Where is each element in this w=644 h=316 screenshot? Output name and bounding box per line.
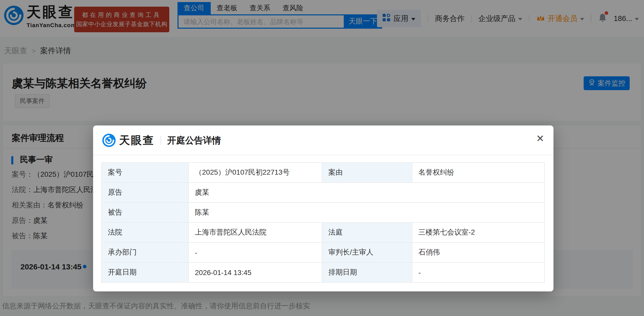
court-announcement-modal: 天眼查 开庭公告详情 ✕ 案号 （2025）沪0107民初22713号 案由 名…	[93, 125, 553, 291]
field-label: 案由	[322, 163, 412, 183]
field-label: 原告	[102, 183, 188, 203]
field-value: -	[412, 262, 545, 282]
modal-header-divider	[161, 135, 161, 145]
field-label: 法庭	[322, 223, 412, 243]
field-label: 开庭日期	[102, 262, 188, 282]
field-value: 三楼第七会议室-2	[412, 223, 545, 243]
field-value: 2026-01-14 13:45	[188, 262, 322, 282]
field-label: 审判长/主审人	[322, 243, 412, 262]
table-row: 开庭日期 2026-01-14 13:45 排期日期 -	[102, 262, 545, 282]
table-row: 被告 陈某	[102, 203, 545, 223]
table-row: 承办部门 - 审判长/主审人 石俏伟	[102, 243, 545, 262]
announcement-table: 案号 （2025）沪0107民初22713号 案由 名誉权纠纷 原告 虞某 被告…	[101, 162, 545, 283]
page: 天眼查 TianYanCha.com 都在用的商业查询工具 国家中小企业发展子基…	[0, 0, 644, 316]
screen: 天眼查 TianYanCha.com 都在用的商业查询工具 国家中小企业发展子基…	[0, 0, 644, 316]
field-value: 名誉权纠纷	[412, 163, 545, 183]
field-label: 被告	[102, 203, 188, 223]
tianyancha-logo-icon	[102, 133, 116, 147]
field-value: （2025）沪0107民初22713号	[188, 163, 322, 183]
table-row: 法院 上海市普陀区人民法院 法庭 三楼第七会议室-2	[102, 223, 545, 243]
field-value: 陈某	[188, 203, 545, 223]
modal-brand: 天眼查	[119, 133, 154, 147]
field-value: 虞某	[188, 183, 545, 203]
field-label: 法院	[102, 223, 188, 243]
field-value: 上海市普陀区人民法院	[188, 223, 322, 243]
field-label: 排期日期	[322, 262, 412, 282]
modal-title: 开庭公告详情	[167, 134, 221, 146]
table-row: 原告 虞某	[102, 183, 545, 203]
field-label: 承办部门	[102, 243, 188, 262]
table-row: 案号 （2025）沪0107民初22713号 案由 名誉权纠纷	[102, 163, 545, 183]
close-icon[interactable]: ✕	[536, 134, 544, 143]
field-value: 石俏伟	[412, 243, 545, 262]
field-value: -	[188, 243, 322, 262]
field-label: 案号	[102, 163, 188, 183]
modal-header: 天眼查 开庭公告详情 ✕	[93, 125, 553, 155]
